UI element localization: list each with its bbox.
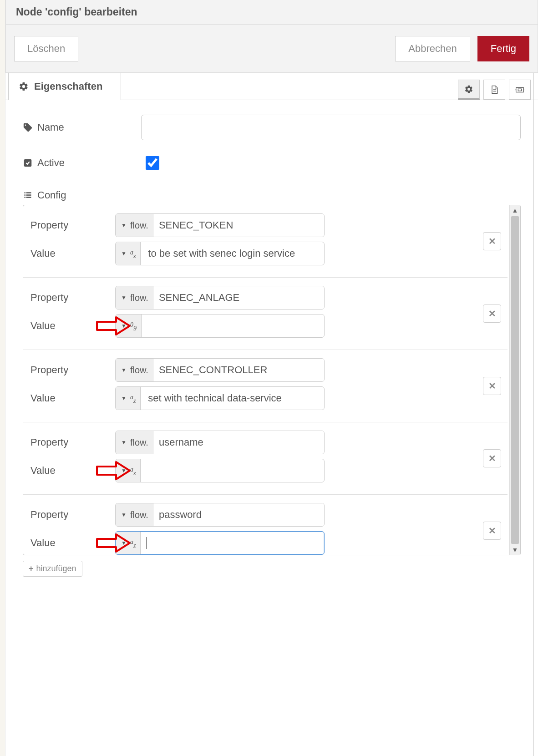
file-icon	[490, 85, 499, 95]
string-type-icon: az	[130, 538, 136, 548]
edit-form: Name Active Confi	[5, 101, 533, 756]
property-type-selector[interactable]: ▼flow.	[116, 431, 153, 454]
caret-down-icon: ▼	[121, 512, 127, 518]
delete-button[interactable]: Löschen	[14, 36, 78, 61]
value-row: Value▼az	[29, 458, 502, 483]
value-typed-input[interactable]: ▼az	[115, 242, 325, 265]
property-type-selector[interactable]: ▼flow.	[116, 503, 153, 526]
active-checkbox[interactable]	[146, 156, 159, 170]
cancel-button[interactable]: Abbrechen	[395, 36, 470, 61]
property-name-input[interactable]	[153, 503, 324, 526]
value-input-wrapper[interactable]	[142, 320, 324, 332]
property-typed-input[interactable]: ▼flow.	[115, 358, 325, 382]
scroll-thumb[interactable]	[511, 216, 519, 544]
list-icon	[23, 191, 33, 200]
caret-down-icon: ▼	[121, 395, 127, 401]
property-name-input[interactable]	[153, 359, 324, 381]
value-label: Value	[29, 392, 115, 404]
property-typed-input[interactable]: ▼flow.	[115, 213, 325, 237]
property-type-selector[interactable]: ▼flow.	[116, 214, 153, 237]
value-type-selector[interactable]: ▼az	[116, 242, 141, 265]
label-active: Active	[23, 157, 141, 169]
caret-down-icon: ▼	[121, 250, 127, 257]
property-label: Property	[29, 219, 115, 231]
tray-titlebar: Node 'config' bearbeiten	[5, 0, 538, 25]
appearance-icon	[515, 85, 525, 95]
property-type-selector[interactable]: ▼flow.	[116, 359, 153, 381]
config-item: Property▼flow.Value▼09✕	[23, 278, 508, 350]
property-row: Property▼flow.	[29, 213, 502, 238]
property-name-input[interactable]	[153, 286, 324, 309]
value-row: Value▼az	[29, 241, 502, 266]
edit-appearance-button[interactable]	[509, 80, 531, 100]
value-typed-input[interactable]: ▼09	[115, 314, 325, 338]
caret-down-icon: ▼	[121, 439, 127, 446]
property-typed-input[interactable]: ▼flow.	[115, 286, 325, 310]
edit-properties-button[interactable]	[458, 80, 480, 100]
remove-item-button[interactable]: ✕	[483, 522, 501, 540]
close-icon: ✕	[488, 381, 496, 391]
property-typed-input[interactable]: ▼flow.	[115, 431, 325, 454]
property-row: Property▼flow.	[29, 357, 502, 383]
add-item-button[interactable]: + hinzufügen	[23, 561, 82, 577]
value-input[interactable]	[146, 248, 319, 259]
svg-rect-11	[25, 197, 26, 198]
edit-description-button[interactable]	[483, 80, 505, 100]
config-list: Property▼flow.Value▼az✕Property▼flow.Val…	[23, 205, 509, 555]
scroll-up-arrow[interactable]: ▲	[510, 205, 520, 215]
value-label: Value	[29, 320, 115, 332]
remove-item-button[interactable]: ✕	[483, 304, 501, 323]
scroll-down-arrow[interactable]: ▼	[510, 545, 520, 555]
svg-rect-9	[25, 194, 26, 196]
gear-icon	[464, 85, 473, 94]
value-input-wrapper[interactable]	[141, 537, 324, 549]
property-type-selector[interactable]: ▼flow.	[116, 286, 153, 309]
value-input-wrapper[interactable]	[141, 392, 324, 404]
value-input[interactable]	[146, 465, 319, 477]
property-typed-input[interactable]: ▼flow.	[115, 503, 325, 527]
value-row: Value▼az	[29, 386, 502, 411]
name-input[interactable]	[141, 115, 521, 140]
label-active-text: Active	[37, 157, 65, 169]
tray-resize-handle[interactable]	[533, 0, 538, 756]
config-item: Property▼flow.Value▼az✕	[23, 205, 508, 278]
close-icon: ✕	[488, 236, 496, 247]
remove-item-button[interactable]: ✕	[483, 449, 501, 467]
tag-icon	[23, 122, 33, 132]
caret-down-icon: ▼	[121, 367, 127, 373]
value-type-selector[interactable]: ▼az	[116, 387, 141, 410]
property-name-input[interactable]	[153, 214, 324, 237]
property-label: Property	[29, 292, 115, 304]
svg-rect-12	[26, 197, 31, 198]
property-name-input[interactable]	[153, 431, 324, 454]
tab-bar: Eigenschaften	[5, 73, 538, 100]
value-input-wrapper[interactable]	[141, 248, 324, 259]
number-type-icon: 09	[130, 321, 137, 331]
red-arrow-icon	[95, 315, 132, 336]
config-item: Property▼flow.Value▼az✕	[23, 350, 508, 422]
value-input[interactable]	[146, 392, 319, 404]
value-typed-input[interactable]: ▼az	[115, 386, 325, 410]
row-config-label: Config	[23, 189, 521, 201]
remove-item-button[interactable]: ✕	[483, 232, 501, 250]
value-typed-input[interactable]: ▼az	[115, 531, 325, 555]
remove-item-button[interactable]: ✕	[483, 377, 501, 395]
svg-rect-10	[26, 194, 31, 196]
row-active: Active	[23, 155, 521, 171]
value-input-wrapper[interactable]	[141, 465, 324, 477]
red-arrow-icon	[95, 533, 132, 553]
property-label: Property	[29, 509, 115, 521]
config-scrollbar[interactable]: ▲ ▼	[509, 205, 520, 555]
done-button[interactable]: Fertig	[477, 36, 529, 61]
value-input[interactable]	[147, 537, 319, 549]
tab-properties[interactable]: Eigenschaften	[8, 73, 121, 100]
close-icon: ✕	[488, 453, 496, 464]
config-item: Property▼flow.Value▼az✕	[23, 495, 508, 555]
tab-properties-label: Eigenschaften	[34, 81, 102, 92]
label-name: Name	[23, 122, 141, 133]
value-typed-input[interactable]: ▼az	[115, 459, 325, 482]
property-scope-label: flow.	[130, 365, 148, 375]
value-input[interactable]	[147, 320, 319, 332]
value-label: Value	[29, 537, 115, 549]
delete-button-label: Löschen	[27, 43, 65, 55]
